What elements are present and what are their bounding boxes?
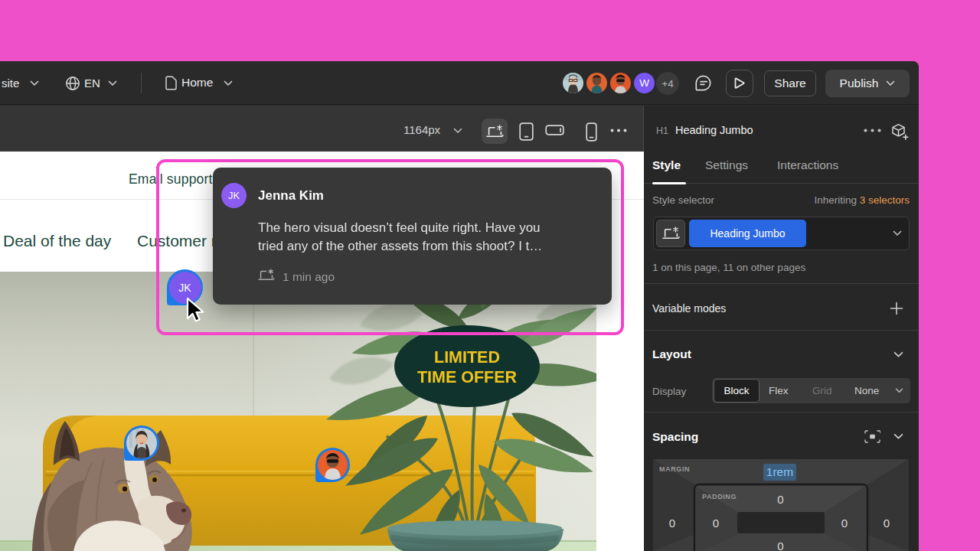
svg-text:LIMITED: LIMITED <box>434 348 500 367</box>
svg-text:PADDING: PADDING <box>702 493 737 500</box>
svg-text:0: 0 <box>777 540 783 551</box>
svg-text:0: 0 <box>841 517 848 530</box>
svg-text:MARGIN: MARGIN <box>659 465 690 473</box>
svg-text:0: 0 <box>884 517 890 530</box>
svg-text:0: 0 <box>777 493 783 506</box>
svg-text:TIME OFFER: TIME OFFER <box>417 368 518 386</box>
svg-text:0: 0 <box>713 517 719 530</box>
svg-text:0: 0 <box>669 517 675 530</box>
svg-text:1rem: 1rem <box>766 465 793 478</box>
